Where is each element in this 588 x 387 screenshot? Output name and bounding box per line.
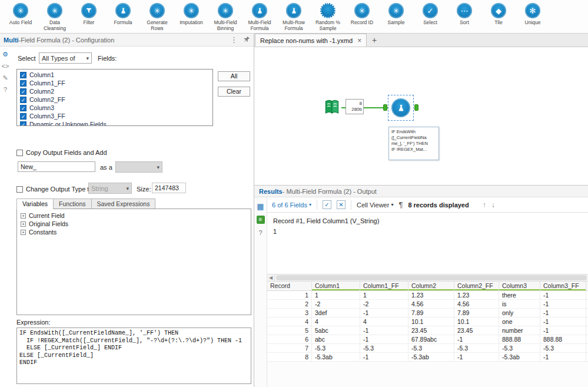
data-cell[interactable]: 888.88 [540, 335, 586, 343]
data-cell[interactable]: 5abc [312, 326, 360, 335]
record-number-cell[interactable]: 3 [267, 309, 312, 317]
column-header-column1-ff[interactable]: Column1_FF [360, 282, 408, 290]
arrow-up-icon[interactable]: ↑ [483, 201, 486, 209]
tree-item-current-field[interactable]: +Current Field [21, 211, 247, 220]
field-item-dynamic-or-unknown-fields[interactable]: ✓Dynamic or Unknown Fields [17, 120, 212, 126]
data-cell[interactable]: -5.3ab [499, 353, 540, 361]
data-cell[interactable]: 67.89abc [408, 335, 454, 343]
annotation-tag-icon[interactable]: ✎ [2, 75, 8, 81]
data-cell[interactable]: -1 [540, 353, 586, 361]
tool-record-id[interactable]: ✳Record ID [345, 3, 379, 26]
tab-variables[interactable]: Variables [16, 199, 54, 209]
config-gear-icon[interactable]: ⚙ [2, 51, 8, 58]
tree-item-constants[interactable]: +Constants [21, 228, 247, 236]
help-icon[interactable]: ? [4, 87, 7, 93]
tool-select[interactable]: ✓Select [413, 3, 447, 26]
expression-editor[interactable]: IF EndsWith([_CurrentFieldName_], '_FF')… [16, 328, 251, 384]
data-cell[interactable]: 1.23 [454, 291, 499, 299]
data-cell[interactable]: -5.3 [360, 344, 408, 352]
data-cell[interactable]: 4.56 [408, 300, 454, 308]
data-cell[interactable]: 7.89 [454, 309, 499, 317]
data-cell[interactable]: -1 [540, 309, 586, 317]
input-data-tool[interactable] [323, 98, 341, 117]
whitespace-toggle-icon[interactable]: ¶ [398, 200, 403, 209]
record-number-cell[interactable]: 8 [267, 353, 312, 361]
table-row[interactable]: 2-2-24.564.56is-1 [267, 300, 588, 309]
table-row[interactable]: 6abc-167.89abc-1888.88888.88 [267, 335, 588, 344]
fields-filter-dropdown[interactable]: 6 of 6 Fields ▾ [272, 201, 311, 209]
data-cell[interactable]: there [499, 291, 540, 299]
arrow-down-icon[interactable]: ↓ [491, 201, 495, 209]
select-all-fields-icon[interactable]: ✓ [323, 200, 331, 209]
table-row[interactable]: 7-5.3-5.3-5.3-5.3-5.3-5.3 [267, 344, 588, 353]
kebab-menu-icon[interactable]: ⋮ [230, 35, 238, 44]
expand-icon[interactable]: + [21, 213, 26, 219]
data-cell[interactable]: -5.3ab [312, 353, 360, 361]
data-cell[interactable]: one [499, 317, 540, 326]
data-cell[interactable]: -1 [454, 353, 499, 361]
data-cell[interactable]: -1 [360, 326, 408, 335]
data-cell[interactable]: is [499, 300, 540, 308]
data-cell[interactable]: -5.3 [540, 344, 586, 352]
field-item-column1[interactable]: ✓Column1 [17, 71, 212, 79]
tool-multi-row-formula[interactable]: Multi-Row Formula [277, 3, 311, 32]
data-cell[interactable]: 4.56 [454, 300, 499, 308]
tree-item-original-fields[interactable]: +Original Fields [21, 220, 247, 228]
pin-icon[interactable] [244, 36, 250, 44]
data-cell[interactable]: -1 [540, 300, 586, 308]
data-cell[interactable]: 4 [360, 317, 408, 326]
copy-output-checkbox[interactable]: Copy Output Fields and Add [16, 149, 107, 156]
record-number-cell[interactable]: 2 [267, 300, 312, 308]
all-button[interactable]: All [218, 71, 250, 81]
field-item-column2[interactable]: ✓Column2 [17, 87, 212, 95]
tool-imputation[interactable]: ✳Imputation [174, 3, 208, 26]
data-cell[interactable]: 1 [360, 291, 408, 299]
data-cell[interactable]: 1 [312, 291, 360, 299]
column-header-column3[interactable]: Column3 [499, 282, 540, 290]
data-cell[interactable]: -1 [454, 335, 499, 343]
data-cell[interactable]: abc [312, 335, 360, 343]
workflow-canvas[interactable]: 8 280b IF EndsWith ([_CurrentFieldNa me_… [254, 47, 588, 186]
multi-field-formula-tool[interactable] [388, 95, 414, 121]
field-item-column3[interactable]: ✓Column3 [17, 104, 212, 112]
data-cell[interactable]: -1 [540, 317, 586, 326]
results-help-icon[interactable]: ? [258, 229, 263, 237]
record-number-cell[interactable]: 7 [267, 344, 312, 352]
data-cell[interactable]: 7.89 [408, 309, 454, 317]
change-output-type-checkbox[interactable]: Change Output Type to [16, 186, 93, 193]
data-cell[interactable]: number [499, 326, 540, 335]
table-row[interactable]: 44410.110.1one-1 [267, 317, 588, 326]
data-cell[interactable]: -5.3 [408, 344, 454, 352]
data-cell[interactable]: -1 [540, 326, 586, 335]
data-cell[interactable]: -1 [360, 353, 408, 361]
field-item-column1-ff[interactable]: ✓Column1_FF [17, 79, 212, 87]
expand-icon[interactable]: + [21, 221, 26, 227]
record-number-cell[interactable]: 5 [267, 326, 312, 335]
tool-auto-field[interactable]: ✳Auto Field [4, 3, 38, 26]
data-cell[interactable]: 10.1 [408, 317, 454, 326]
data-cell[interactable]: 23.45 [408, 326, 454, 335]
tool-filter[interactable]: Filter [72, 3, 106, 26]
data-cell[interactable]: -1 [360, 309, 408, 317]
input-anchor[interactable] [383, 104, 387, 111]
tool-multi-field-binning[interactable]: ✳Multi-Field Binning [208, 3, 242, 32]
tab-functions[interactable]: Functions [53, 199, 92, 209]
column-header-column2-ff[interactable]: Column2_FF [454, 282, 499, 290]
data-cell[interactable]: -1 [540, 291, 586, 299]
column-header-record[interactable]: Record [267, 282, 312, 290]
output-type-dropdown[interactable]: String ▾ [88, 183, 132, 194]
scroll-left-icon[interactable]: ◀ [267, 274, 275, 282]
record-number-cell[interactable]: 4 [267, 317, 312, 326]
data-cell[interactable]: 4 [312, 317, 360, 326]
column-header-column1[interactable]: Column1 [312, 282, 360, 290]
table-row[interactable]: 33def-17.897.89only-1 [267, 309, 588, 317]
close-icon[interactable]: × [357, 37, 361, 45]
tool-data-cleansing[interactable]: ✳Data Cleansing [38, 3, 72, 32]
table-row[interactable]: 1111.231.23there-1 [267, 291, 588, 300]
data-cell[interactable]: 1.23 [408, 291, 454, 299]
tool-sample[interactable]: ✳Sample [379, 3, 413, 26]
data-cell[interactable]: -5.3 [312, 344, 360, 352]
field-type-dropdown[interactable]: All Types of ▾ [39, 52, 92, 64]
new-prefix-input[interactable]: New_ [18, 161, 95, 172]
data-cell[interactable]: -1 [360, 335, 408, 343]
